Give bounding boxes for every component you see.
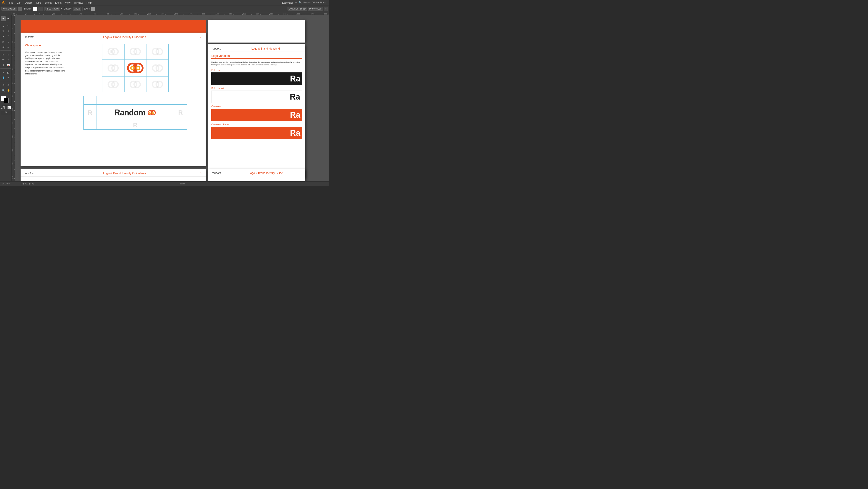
menu-help[interactable]: Help — [85, 1, 93, 4]
main-area: ✒ ⌒ T T ╱ ⌒ □ ○ 🖌 ✏ ↺ ⤡ — [0, 16, 329, 181]
free-transform-tool[interactable]: ⤢ — [6, 57, 11, 62]
pen-tools: ✒ ⌒ T T ╱ ⌒ □ ○ 🖌 ✏ — [0, 24, 11, 51]
artboard-tool[interactable]: ⊡ — [1, 83, 6, 88]
hand-tool[interactable]: ✋ — [6, 88, 11, 93]
page-orange-header — [21, 20, 206, 33]
column-graph-tool[interactable]: 📊 — [6, 62, 11, 67]
menu-file[interactable]: File — [8, 1, 15, 4]
search-stock[interactable]: 🔍 Search Adobe Stock — [297, 1, 327, 4]
grid-tc — [124, 44, 147, 59]
color-mode-group — [1, 106, 11, 109]
color-mode-btn[interactable] — [1, 106, 4, 109]
tg-ml: R — [84, 105, 97, 121]
doc-setup-button[interactable]: Document Setup — [287, 7, 307, 11]
preferences-button[interactable]: Preferences — [308, 7, 323, 11]
stroke-swatch[interactable] — [33, 7, 37, 11]
text-logo-random: Random — [114, 108, 146, 117]
gradient-swatch[interactable] — [4, 106, 7, 109]
main-logo-svg — [126, 59, 145, 77]
page-5-header: random Logo & Brand Identity Guidelines … — [21, 169, 206, 176]
var-onecolorrev-box: Ra — [211, 127, 302, 139]
next-page-btn[interactable]: ▶ — [29, 182, 31, 185]
pencil-tool[interactable]: ✏ — [6, 45, 11, 50]
stroke-width-input[interactable] — [38, 7, 43, 11]
var-fullcolor-box: Ra — [211, 73, 302, 85]
style-label: Styles: — [84, 7, 90, 10]
first-page-btn[interactable]: |◀ — [22, 182, 24, 185]
zoom-tool[interactable]: 🔍 — [1, 88, 6, 93]
tg-br — [174, 121, 187, 130]
logo-diagram-area: R Random — [69, 44, 202, 130]
menu-effect[interactable]: Effect — [54, 1, 63, 4]
rotate-tool[interactable]: ↺ — [1, 52, 6, 57]
ellipse-tool[interactable]: ○ — [6, 39, 11, 45]
page-5-right-body: random Logo & Brand Identity Guide — [208, 169, 305, 181]
logo-ghost-tc — [129, 46, 142, 57]
page-2-num: 2 — [197, 35, 202, 39]
opacity-label: Opacity: — [64, 7, 72, 10]
logo-ghost-ml — [107, 62, 119, 74]
grid-bl — [102, 77, 124, 92]
scale-tool[interactable]: ⤡ — [6, 52, 11, 57]
menu-view[interactable]: View — [64, 1, 72, 4]
zoom-label-center: Zoom — [180, 182, 185, 185]
type-tool[interactable]: T — [1, 29, 6, 34]
pen-size-arrow: ▾ — [61, 8, 62, 10]
page-5-num: 5 — [197, 172, 202, 175]
last-page-btn[interactable]: ▶| — [32, 182, 34, 185]
select-tool[interactable] — [1, 16, 6, 21]
grid-tr — [146, 44, 168, 59]
prev-page-btn[interactable]: ◀ — [25, 182, 26, 185]
essentials-button[interactable]: Essentials — [281, 1, 295, 4]
curvature-tool[interactable]: ⌒ — [6, 24, 11, 29]
page-2-title: Logo & Brand Identity Guidelines — [52, 35, 197, 39]
background-swatch[interactable] — [4, 98, 8, 103]
logo-ghost-br — [151, 79, 164, 90]
line-tool[interactable]: ╱ — [1, 34, 6, 39]
menu-object[interactable]: Object — [23, 1, 34, 4]
tg-tl — [84, 96, 97, 105]
menu-bar: Ai File Edit Object Type Select Effect V… — [0, 0, 329, 5]
page-right-title: Logo & Brand Identity G — [230, 47, 302, 50]
select-tool-row — [1, 16, 11, 21]
arc-tool[interactable]: ⌒ — [6, 34, 11, 39]
none-swatch[interactable] — [8, 106, 11, 109]
mesh-tool[interactable]: # — [1, 70, 6, 75]
page-2-sidebar: Clear space Clear space prevents type, i… — [25, 44, 65, 130]
menu-edit[interactable]: Edit — [16, 1, 23, 4]
ruler-canvas — [12, 12, 329, 16]
grid-center — [124, 59, 147, 77]
type-alt-tool[interactable]: T — [6, 29, 11, 34]
paintbrush-tool[interactable]: 🖌 — [1, 45, 6, 50]
page-nav[interactable]: |◀ ◀ 1 ▶ ▶| — [22, 182, 34, 185]
menu-type[interactable]: Type — [34, 1, 43, 4]
var-onecolor-text: Ra — [290, 110, 301, 120]
page-2-content: Clear space Clear space prevents type, i… — [21, 44, 206, 130]
page-5-title: Logo & Brand Identity Guidelines — [52, 172, 197, 175]
direct-select-tool[interactable] — [6, 16, 11, 21]
style-swatch[interactable] — [91, 7, 95, 11]
rect-tool[interactable]: □ — [1, 39, 6, 45]
pen-tool[interactable]: ✒ — [1, 24, 6, 29]
var-fullcolor2-label: Full color with — [211, 87, 302, 90]
page-indicator: 1 — [27, 182, 29, 185]
opacity-value[interactable]: 100% — [73, 7, 82, 11]
page-right-content: Logo variation Random logo used on an ap… — [208, 54, 305, 139]
warp-tool[interactable]: 〜 — [1, 57, 6, 62]
symbol-tool[interactable]: ✦ — [1, 62, 6, 67]
text-logo-icon — [147, 109, 156, 117]
screen-mode-btn[interactable]: ⊞ — [1, 110, 11, 114]
gradient-tool[interactable]: ◧ — [6, 70, 11, 75]
tools-panel: ✒ ⌒ T T ╱ ⌒ □ ○ 🖌 ✏ ↺ ⤡ — [0, 16, 12, 181]
pen-size-selector[interactable]: 5 pt. Round — [45, 7, 60, 11]
canvas-area[interactable]: random Logo & Brand Identity Guidelines … — [15, 16, 329, 181]
blend-tool[interactable]: ∞ — [6, 75, 11, 80]
slice-tool[interactable]: ⊹ — [6, 83, 11, 88]
menu-window[interactable]: Window — [72, 1, 85, 4]
fill-swatch[interactable] — [18, 7, 22, 11]
menu-select[interactable]: Select — [43, 1, 53, 4]
tg-bc: R — [97, 121, 174, 130]
eyedropper-tool[interactable]: 💧 — [1, 75, 6, 80]
page-right-container: random Logo & Brand Identity G Logo vari… — [208, 20, 305, 178]
arrange-button[interactable]: ⊞ — [324, 7, 328, 11]
